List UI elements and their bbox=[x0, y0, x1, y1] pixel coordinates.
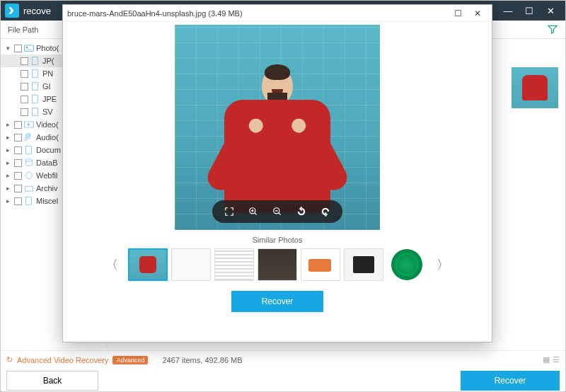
similar-carousel: 〈 〉 bbox=[63, 248, 492, 281]
chevron-right-icon[interactable]: ▸ bbox=[6, 197, 12, 204]
carousel-thumb[interactable] bbox=[387, 248, 427, 281]
tree-label: JPE bbox=[42, 95, 57, 103]
grid-view-icon[interactable]: ▦ bbox=[543, 355, 550, 364]
checkbox[interactable] bbox=[21, 70, 28, 78]
svg-rect-11 bbox=[25, 186, 33, 191]
carousel-thumb[interactable] bbox=[344, 248, 383, 281]
preview-image bbox=[175, 25, 380, 230]
list-view-icon[interactable]: ☰ bbox=[553, 355, 560, 364]
minimize-button[interactable]: — bbox=[497, 4, 519, 18]
svg-rect-0 bbox=[25, 45, 34, 52]
tree-label: Miscel bbox=[36, 197, 58, 205]
tree-label: PN bbox=[42, 69, 53, 78]
file-icon bbox=[30, 57, 40, 65]
svg-rect-6 bbox=[32, 108, 37, 116]
checkbox[interactable] bbox=[14, 197, 22, 205]
advanced-badge: Advanced bbox=[112, 356, 148, 364]
carousel-thumb[interactable] bbox=[128, 248, 168, 281]
chevron-right-icon[interactable]: ▸ bbox=[6, 146, 12, 154]
svg-point-9 bbox=[25, 159, 32, 162]
svg-rect-5 bbox=[32, 96, 37, 103]
preview-recover-button[interactable]: Recover bbox=[231, 291, 323, 312]
file-icon bbox=[30, 82, 40, 91]
chevron-right-icon[interactable]: ▸ bbox=[6, 172, 12, 179]
checkbox[interactable] bbox=[14, 159, 22, 167]
close-button[interactable]: ✕ bbox=[540, 4, 561, 18]
checkbox[interactable] bbox=[14, 146, 22, 154]
tree-label: Audio( bbox=[36, 133, 59, 142]
view-toggle: ▦ ☰ bbox=[543, 355, 560, 364]
carousel-thumb[interactable] bbox=[258, 248, 297, 281]
recover-button[interactable]: Recover bbox=[461, 371, 560, 391]
similar-photos-label: Similar Photos bbox=[63, 236, 492, 244]
carousel-prev-button[interactable]: 〈 bbox=[101, 256, 122, 273]
fullscreen-icon[interactable] bbox=[224, 206, 235, 217]
svg-rect-4 bbox=[32, 83, 37, 91]
tree-label: Docum bbox=[36, 146, 61, 154]
file-icon bbox=[30, 108, 40, 116]
document-icon bbox=[24, 146, 34, 154]
carousel-thumb[interactable] bbox=[301, 248, 340, 281]
checkbox[interactable] bbox=[21, 108, 28, 116]
preview-maximize-button[interactable]: ☐ bbox=[448, 7, 468, 20]
checkbox[interactable] bbox=[21, 57, 28, 65]
archive-icon bbox=[24, 184, 34, 192]
tree-label: Webfil bbox=[36, 171, 57, 180]
carousel-next-button[interactable]: 〉 bbox=[432, 256, 454, 273]
window-controls: — ☐ ✕ bbox=[497, 4, 561, 18]
adv-label: Advanced Video Recovery bbox=[17, 356, 108, 364]
tree-label: Photo( bbox=[36, 44, 59, 52]
image-folder-icon bbox=[24, 44, 34, 52]
tree-label: JP( bbox=[42, 57, 54, 65]
checkbox[interactable] bbox=[21, 83, 28, 91]
image-controls bbox=[212, 200, 342, 223]
chevron-right-icon[interactable]: ▸ bbox=[6, 185, 12, 192]
chevron-right-icon[interactable]: ▸ bbox=[6, 134, 12, 141]
preview-titlebar: bruce-mars-AndE50aaHn4-unsplash.jpg (3.4… bbox=[63, 5, 492, 22]
checkbox[interactable] bbox=[14, 45, 22, 52]
svg-rect-12 bbox=[25, 197, 31, 205]
preview-modal: bruce-mars-AndE50aaHn4-unsplash.jpg (3.4… bbox=[62, 4, 492, 342]
carousel-thumb[interactable] bbox=[214, 248, 254, 281]
back-button[interactable]: Back bbox=[6, 371, 98, 391]
svg-rect-8 bbox=[25, 146, 31, 154]
tree-label: SV bbox=[42, 108, 53, 116]
file-icon bbox=[30, 95, 40, 103]
maximize-button[interactable]: ☐ bbox=[519, 4, 540, 18]
status-bar: ↻ Advanced Video Recovery Advanced 2467 … bbox=[1, 350, 565, 369]
chevron-right-icon[interactable]: ▸ bbox=[6, 121, 12, 128]
tree-label: GI bbox=[42, 82, 51, 91]
file-path-label: File Path bbox=[8, 25, 38, 34]
video-icon bbox=[24, 120, 34, 129]
checkbox[interactable] bbox=[14, 121, 22, 129]
app-logo bbox=[5, 4, 19, 18]
carousel-thumb[interactable] bbox=[171, 248, 211, 281]
file-icon bbox=[30, 69, 40, 78]
preview-close-button[interactable]: ✕ bbox=[468, 7, 487, 20]
chevron-right-icon[interactable]: ▸ bbox=[6, 159, 12, 166]
checkbox[interactable] bbox=[21, 96, 28, 103]
checkbox[interactable] bbox=[14, 134, 22, 142]
tree-label: Archiv bbox=[36, 184, 58, 192]
checkbox[interactable] bbox=[14, 185, 22, 192]
checkbox[interactable] bbox=[14, 172, 22, 180]
chevron-down-icon[interactable]: ▾ bbox=[6, 45, 12, 52]
refresh-icon[interactable]: ↻ bbox=[6, 355, 13, 364]
preview-thumbnail bbox=[512, 67, 558, 108]
zoom-in-icon[interactable] bbox=[248, 206, 259, 217]
svg-rect-2 bbox=[32, 57, 37, 65]
web-icon bbox=[24, 171, 34, 180]
item-count: 2467 items, 492.86 MB bbox=[162, 356, 242, 364]
tree-label: DataB bbox=[36, 158, 58, 167]
rotate-left-icon[interactable] bbox=[296, 206, 307, 217]
svg-rect-3 bbox=[32, 70, 37, 78]
advanced-video-recovery-link[interactable]: Advanced Video Recovery Advanced bbox=[17, 356, 148, 364]
brand-text: recove bbox=[23, 6, 51, 16]
svg-point-1 bbox=[26, 47, 28, 48]
tree-label: Video( bbox=[36, 120, 59, 129]
rotate-right-icon[interactable] bbox=[320, 206, 331, 217]
filter-icon[interactable] bbox=[547, 23, 558, 36]
zoom-out-icon[interactable] bbox=[272, 206, 283, 217]
footer: Back Recover bbox=[1, 369, 565, 392]
audio-icon bbox=[24, 133, 34, 142]
